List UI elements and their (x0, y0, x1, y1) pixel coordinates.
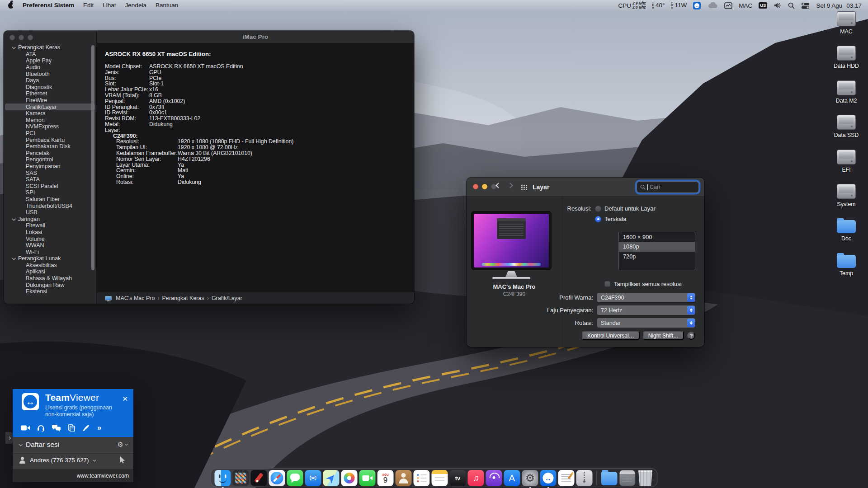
dock-downloads-folder-icon[interactable] (601, 472, 618, 485)
desktop-icon-doc[interactable]: Doc (827, 218, 865, 242)
show-all-resolutions-checkbox[interactable]: Tampilkan semua resolusi (604, 281, 682, 287)
dock-teamviewer-icon[interactable]: ↔ (540, 470, 557, 486)
teamviewer-menu-icon[interactable] (693, 2, 701, 9)
dock-minimized-window-icon[interactable] (619, 470, 636, 486)
dock-music-icon[interactable]: ♫ (468, 470, 484, 486)
dock-notes-icon[interactable] (432, 470, 448, 486)
sidebar-group-jaringan[interactable]: Jaringan (4, 216, 96, 222)
cloud-icon[interactable] (707, 2, 718, 9)
sidebar-item-penyimpanan[interactable]: Penyimpanan (4, 163, 96, 170)
kontrol-universal-button[interactable]: Kontrol Universal… (582, 331, 639, 340)
session-settings[interactable]: ⚙ (118, 441, 127, 449)
more-icon[interactable]: » (97, 424, 101, 432)
sidebar-item-scsi-paralel[interactable]: SCSI Paralel (4, 183, 96, 189)
sidebar-item-apple-pay[interactable]: Apple Pay (4, 57, 96, 64)
sidebar-item-bahasa-wilayah[interactable]: Bahasa & Wilayah (4, 275, 96, 282)
menu-lihat[interactable]: Lihat (98, 0, 120, 11)
sidebar-group-perangkat-lunak[interactable]: Perangkat Lunak (4, 255, 96, 262)
forward-button[interactable] (507, 183, 513, 188)
dock-opencore-configurator-icon[interactable] (251, 470, 267, 486)
dock-apple-tv-icon[interactable]: tv (450, 470, 466, 486)
close-icon[interactable]: ✕ (122, 395, 128, 402)
resolution-option-1600-900[interactable]: 1600 × 900 (619, 232, 695, 242)
dock-reminders-icon[interactable] (414, 470, 430, 486)
desktop-icon-data-m2[interactable]: Data M2 (827, 80, 865, 104)
sidebar-item-aksesibilitas[interactable]: Aksesibilitas (4, 262, 96, 269)
search-input[interactable]: Cari (637, 181, 699, 193)
breadcrumb-perangkat-keras[interactable]: Perangkat Keras (162, 295, 204, 301)
connect-cursor-icon[interactable] (119, 456, 126, 465)
copy-icon[interactable] (68, 424, 75, 432)
chat-icon[interactable] (52, 425, 61, 432)
annotate-icon[interactable] (82, 424, 90, 432)
sidebar-item-diagnostik[interactable]: Diagnostik (4, 84, 96, 91)
teamviewer-website-link[interactable]: www.teamviewer.com (77, 473, 129, 479)
dock-maps-icon[interactable] (323, 470, 340, 486)
apple-menu[interactable] (5, 3, 17, 9)
radio-default-untuk-layar[interactable]: Default untuk Layar (595, 205, 656, 212)
sidebar-item-pembakaran-disk[interactable]: Pembakaran Disk (4, 143, 96, 150)
checkbox-box[interactable] (604, 281, 610, 287)
hostname-status[interactable]: MAC (739, 2, 752, 9)
show-all-grid-icon[interactable] (521, 184, 528, 190)
session-item[interactable]: Andres (776 375 627) (19, 457, 95, 464)
desktop-icon-data-hdd[interactable]: Data HDD (827, 46, 865, 69)
desktop-icon-efi[interactable]: EFI (827, 150, 865, 173)
teamviewer-collapse-handle[interactable] (5, 432, 13, 444)
dock-messages-icon[interactable] (287, 470, 303, 486)
breadcrumb-mac-s-mac-pro[interactable]: MAC's Mac Pro (116, 295, 155, 301)
zoom-button[interactable] (28, 35, 33, 40)
sidebar-item-ata[interactable]: ATA (4, 51, 96, 58)
minimize-button[interactable] (19, 35, 24, 40)
sidebar-item-pembaca-kartu[interactable]: Pembaca Kartu (4, 136, 96, 143)
audio-call-icon[interactable] (37, 424, 45, 432)
spotlight-search-icon[interactable] (788, 2, 795, 9)
sidebar-item-grafik-layar[interactable]: Grafik/Layar (5, 103, 95, 110)
desktop-icon-system[interactable]: System (827, 184, 865, 207)
temperature-status[interactable]: TEM 40° (652, 2, 665, 9)
sidebar-item-kamera[interactable]: Kamera (4, 110, 96, 117)
dock-calendar-icon[interactable]: AGU9 (377, 470, 394, 486)
sidebar-item-aplikasi[interactable]: Aplikasi (4, 268, 96, 275)
sidebar-item-dukungan-raw[interactable]: Dukungan Raw (4, 282, 96, 288)
resolution-option-1080p[interactable]: 1080p (619, 242, 695, 251)
sidebar-item-pci[interactable]: PCI (4, 130, 96, 137)
sidebar-item-volume[interactable]: Volume (4, 235, 96, 242)
volume-icon[interactable] (774, 2, 782, 9)
sidebar-item-daya[interactable]: Daya (4, 77, 96, 84)
sidebar-item-pengontrol[interactable]: Pengontrol (4, 156, 96, 163)
dock-mail-icon[interactable]: ✉ (305, 470, 321, 486)
dock-facetime-icon[interactable] (359, 470, 376, 486)
desktop-icon-mac[interactable]: MAC (827, 11, 865, 35)
dropdown-profil-warna[interactable]: C24F390 (597, 293, 695, 302)
dock-photos-icon[interactable] (341, 470, 358, 486)
sidebar-item-audio[interactable]: Audio (4, 64, 96, 71)
cpu-status[interactable]: CPU 2.9 Ghz2.8 Ghz (618, 1, 646, 9)
dock-finder-icon[interactable] (215, 470, 231, 486)
dock-system-preferences-icon[interactable]: ⚙ (522, 470, 538, 486)
help-button[interactable]: ? (687, 332, 695, 340)
dock-contacts-icon[interactable] (396, 470, 412, 486)
menu-jendela[interactable]: Jendela (121, 0, 151, 11)
sidebar-item-sata[interactable]: SATA (4, 176, 96, 183)
input-source-badge[interactable]: US (759, 2, 767, 9)
menu-preferensi-sistem[interactable]: Preferensi Sistem (18, 0, 79, 11)
activity-chart-icon[interactable] (724, 2, 732, 9)
video-call-icon[interactable] (21, 425, 30, 431)
control-center-icon[interactable] (801, 2, 810, 9)
sidebar-item-wwan[interactable]: WWAN (4, 242, 96, 249)
dock-textedit-icon[interactable] (558, 470, 575, 486)
dock-archive-utility-icon[interactable] (576, 470, 593, 486)
sidebar-item-pencetak[interactable]: Pencetak (4, 150, 96, 157)
sidebar-item-spi[interactable]: SPI (4, 189, 96, 196)
sidebar-item-lokasi[interactable]: Lokasi (4, 229, 96, 236)
back-button[interactable] (495, 183, 501, 188)
close-button[interactable] (473, 184, 478, 189)
dropdown-laju-penyegaran[interactable]: 72 Hertz (597, 305, 695, 315)
sidebar-scrollbar[interactable] (91, 45, 94, 270)
sidebar-item-bluetooth[interactable]: Bluetooth (4, 70, 96, 77)
desktop-icon-data-ssd[interactable]: Data SSD (827, 115, 865, 138)
sidebar-item-memori[interactable]: Memori (4, 117, 96, 124)
dock-trash-icon[interactable] (637, 470, 654, 486)
dock-safari-icon[interactable] (269, 470, 285, 486)
